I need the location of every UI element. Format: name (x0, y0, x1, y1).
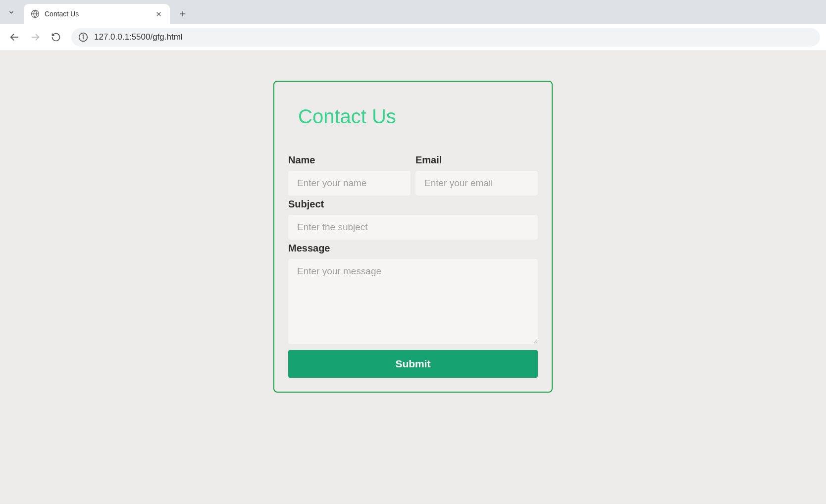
tabs-dropdown-button[interactable] (4, 5, 19, 20)
tab-title: Contact Us (45, 10, 149, 18)
reload-icon (51, 32, 61, 42)
subject-label: Subject (288, 199, 538, 210)
browser-tab[interactable]: Contact Us (24, 4, 170, 24)
arrow-left-icon (9, 32, 20, 43)
contact-heading: Contact Us (298, 105, 538, 128)
browser-chrome: Contact Us 127.0.0.1:5500/gfg.html (0, 0, 826, 51)
email-input[interactable] (415, 171, 538, 196)
message-label: Message (288, 243, 538, 254)
svg-point-10 (83, 35, 83, 35)
info-icon[interactable] (78, 32, 88, 42)
close-icon (155, 11, 162, 17)
reload-button[interactable] (48, 29, 64, 46)
page-content: Contact Us Name Email Subject Message Su… (0, 51, 826, 504)
name-email-row: Name Email (288, 154, 538, 199)
chevron-down-icon (8, 9, 15, 16)
email-label: Email (415, 154, 538, 166)
new-tab-button[interactable] (175, 6, 191, 22)
email-group: Email (415, 154, 538, 196)
subject-input[interactable] (288, 215, 538, 240)
address-bar[interactable]: 127.0.0.1:5500/gfg.html (71, 28, 820, 47)
name-label: Name (288, 154, 411, 166)
globe-icon (31, 9, 40, 18)
message-group: Message (288, 243, 538, 344)
back-button[interactable] (6, 29, 23, 46)
plus-icon (179, 10, 187, 18)
browser-toolbar: 127.0.0.1:5500/gfg.html (0, 24, 826, 51)
message-textarea[interactable] (288, 259, 538, 344)
submit-button[interactable]: Submit (288, 350, 538, 378)
url-text: 127.0.0.1:5500/gfg.html (94, 32, 183, 42)
forward-button[interactable] (27, 29, 44, 46)
arrow-right-icon (30, 32, 41, 43)
name-group: Name (288, 154, 411, 196)
contact-card: Contact Us Name Email Subject Message Su… (273, 81, 553, 393)
tab-bar: Contact Us (0, 0, 826, 24)
subject-group: Subject (288, 199, 538, 240)
tab-close-button[interactable] (154, 9, 163, 18)
name-input[interactable] (288, 171, 411, 196)
